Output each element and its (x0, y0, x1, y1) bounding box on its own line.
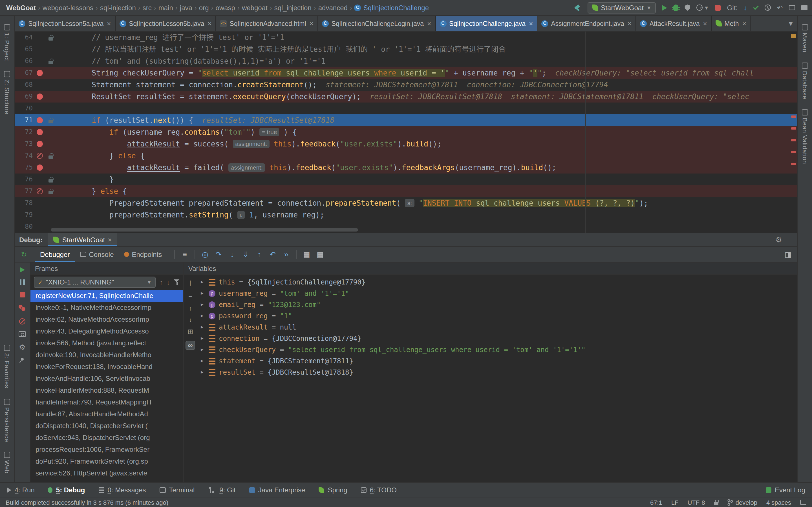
editor-tab-sqlinjectionadvanced-html[interactable]: <>SqlInjectionAdvanced.html× (216, 16, 318, 31)
editor-line[interactable]: 67 String checkUserQuery = "select useri… (15, 67, 797, 79)
editor-line[interactable]: 78 PreparedStatement preparedStatement =… (15, 197, 797, 209)
close-tab-icon[interactable]: × (529, 19, 533, 27)
stripe-button-bean-validation[interactable]: Bean Validation (802, 110, 808, 165)
pause-button[interactable] (20, 279, 25, 285)
expand-arrow-icon[interactable]: ▶ (201, 355, 209, 367)
readonly-lock-icon[interactable] (714, 502, 719, 505)
debug-settings-icon[interactable]: ⚙ (19, 344, 26, 351)
pin-tab-icon[interactable] (20, 357, 24, 361)
breakpoint-icon[interactable] (34, 67, 45, 79)
toolwindow-button-spring[interactable]: Spring (319, 486, 347, 494)
expand-arrow-icon[interactable]: ▶ (201, 367, 209, 378)
layout-settings-icon[interactable]: ◨ (782, 251, 794, 258)
frame-row[interactable]: invoke:566, Method (java.lang.reflect (31, 337, 183, 349)
caret-position[interactable]: 67:1 (650, 499, 662, 506)
stripe-button-maven[interactable]: Maven (802, 24, 808, 52)
stripe-button-z-structure[interactable]: Z: Structure (4, 71, 10, 115)
git-branch-widget[interactable]: develop (728, 499, 757, 506)
show-watches-icon[interactable]: ∞ (186, 341, 195, 350)
indent-setting[interactable]: 4 spaces (766, 499, 791, 506)
frame-row[interactable]: invoke:43, DelegatingMethodAccesso (31, 326, 183, 337)
toolwindow-button-5-debug[interactable]: 5: Debug (48, 486, 85, 494)
breadcrumb-item[interactable]: webgoat (240, 4, 269, 11)
close-tab-icon[interactable]: × (627, 19, 631, 27)
force-step-into-icon[interactable]: ⇓ (240, 251, 252, 258)
stop-button[interactable] (19, 292, 25, 297)
debug-session-tab[interactable]: StartWebGoat × (48, 233, 117, 246)
breadcrumb-item[interactable]: org (197, 4, 211, 11)
toolwindow-button-event-log[interactable]: Event Log (766, 486, 805, 494)
breadcrumb-item[interactable]: src (141, 4, 153, 11)
expand-arrow-icon[interactable]: ▶ (201, 288, 209, 299)
run-config-selector[interactable]: StartWebGoat ▼ (587, 2, 656, 13)
expand-arrow-icon[interactable]: ▶ (201, 277, 209, 288)
variable-row[interactable]: ▶resultSet = {JDBCResultSet@17818} (197, 367, 797, 378)
breadcrumb-item[interactable]: sql_injection (273, 4, 313, 11)
file-encoding[interactable]: UTF-8 (688, 499, 705, 506)
breadcrumb-item[interactable]: webgoat-lessons (41, 4, 95, 11)
editor-tab-attackresult-java[interactable]: CAttackResult.java× (636, 16, 712, 31)
editor-line[interactable]: 64 // username_reg 进行了一个拼接 test' or '1'=… (15, 32, 797, 43)
close-tab-icon[interactable]: × (427, 19, 431, 27)
view-options-icon[interactable]: ▤ (314, 251, 326, 258)
frame-row[interactable]: invokeHandlerMethod:888, RequestM (31, 385, 183, 397)
toolwindow-button-6-todo[interactable]: 6: TODO (361, 486, 397, 494)
editor-tab-sqlinjectionlesson5b-java[interactable]: CSqlInjectionLesson5b.java× (115, 16, 216, 31)
variable-row[interactable]: ▶this = {SqlInjectionChallenge@17790} (197, 277, 797, 288)
error-stripe-mark[interactable] (791, 151, 796, 153)
window-restore-icon[interactable] (801, 5, 808, 10)
move-watch-down-icon[interactable]: ↓ (189, 317, 192, 323)
variable-row[interactable]: ▶pusername_reg = "tom' and '1'='1" (197, 288, 797, 299)
breakpoint-icon[interactable] (34, 162, 45, 173)
frame-row[interactable]: doInvoke:190, InvocableHandlerMetho (31, 349, 183, 361)
indicator-icon[interactable] (800, 500, 806, 505)
history-button[interactable] (765, 4, 771, 11)
commit-button[interactable] (753, 4, 759, 10)
step-into-icon[interactable]: ↓ (226, 251, 238, 258)
editor-line[interactable]: 68 Statement statement = connection.crea… (15, 79, 797, 91)
rerun-icon[interactable]: ↻ (18, 251, 30, 258)
move-watch-up-icon[interactable]: ↑ (189, 305, 192, 312)
update-project-button[interactable]: ↓ (744, 4, 747, 11)
frame-row[interactable]: registerNewUser:71, SqlInjectionChalle (31, 290, 183, 302)
editor-tab-meth[interactable]: Meth× (712, 16, 751, 31)
error-stripe-mark[interactable] (791, 163, 796, 165)
line-separator[interactable]: LF (671, 499, 679, 506)
editor-tab-assignmentendpoint-java[interactable]: CAssignmentEndpoint.java× (538, 16, 636, 31)
toolwindow-button-0-messages[interactable]: 0: Messages (98, 486, 146, 494)
hidden-tabs-chevron-icon[interactable]: ▼ (784, 16, 797, 31)
toolwindow-button-9-git[interactable]: 9: Git (208, 486, 236, 494)
frame-row[interactable]: processRequest:1006, FrameworkSer (31, 444, 183, 456)
editor-line[interactable]: 75 attackResult = failed( assignment: th… (15, 162, 797, 173)
add-watch-icon[interactable]: ＋ (187, 278, 194, 287)
stripe-button-2-favorites[interactable]: 2: Favorites (4, 345, 10, 388)
breakpoint-icon[interactable] (34, 138, 45, 150)
close-tab-icon[interactable]: × (107, 19, 111, 27)
filter-frames-icon[interactable] (174, 279, 180, 285)
editor-line[interactable]: 77 } else { (15, 185, 797, 197)
hide-panel-icon[interactable]: ─ (788, 235, 793, 244)
close-tab-icon[interactable]: × (703, 19, 707, 27)
close-tab-icon[interactable]: × (742, 19, 746, 27)
duplicate-watch-icon[interactable]: ⊞ (188, 328, 193, 336)
breakpoint-icon[interactable] (34, 114, 45, 126)
editor-tab-sqlinjectionchallenge-java[interactable]: CSqlInjectionChallenge.java× (436, 16, 538, 31)
toolwindow-button-4-run[interactable]: 4: Run (7, 486, 35, 494)
breakpoint-disabled-icon[interactable] (34, 185, 45, 197)
editor-line[interactable]: 69 ResultSet resultSet = statement.execu… (15, 91, 797, 103)
step-over-icon[interactable]: ↷ (213, 251, 224, 258)
editor-tab-sqlinjectionlesson5a-java[interactable]: CSqlInjectionLesson5a.java× (15, 16, 115, 31)
rollback-button[interactable]: ↶ (777, 4, 783, 11)
frame-row[interactable]: handle:87, AbstractHandlerMethodAd (31, 408, 183, 420)
breakpoint-icon[interactable] (34, 126, 45, 138)
close-tab-icon[interactable]: × (208, 19, 212, 27)
debug-tab-endpoints[interactable]: Endpoints (119, 247, 167, 262)
editor-line[interactable]: 76 } (15, 173, 797, 185)
editor-line[interactable]: 66 // tom' and (substring(database(),1,1… (15, 55, 797, 67)
variable-row[interactable]: ▶checkUserQuery = "select userid from sq… (197, 344, 797, 355)
variable-row[interactable]: ▶statement = {JDBCStatement@17811} (197, 355, 797, 367)
editor-line[interactable]: 70 (15, 103, 797, 114)
resume-button[interactable] (20, 267, 25, 273)
frame-row[interactable]: handleInternal:793, RequestMappingH (31, 397, 183, 408)
step-out-icon[interactable]: ↑ (253, 251, 265, 258)
